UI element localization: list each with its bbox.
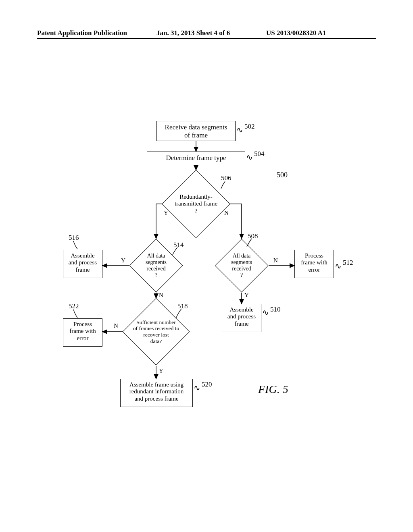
decision-508-text: All data segments received ? [223,247,260,284]
step-512-text: Process frame with error [294,252,334,273]
decision-506-text: Redundantly- transmitted frame ? [172,180,220,228]
label-508-Y: Y [244,292,249,299]
diagram-ref-500: 500 [277,171,288,179]
ref-connector-502: ∿ [236,126,243,134]
label-518-N: N [114,322,118,329]
header-center: Jan. 31, 2013 Sheet 4 of 6 [156,29,230,37]
ref-connector-504: ∿ [246,153,253,161]
decision-518-text: Sufficient number of frames received to … [133,308,179,355]
step-520-text: Assemble frame using redundant informati… [120,381,193,402]
label-514-N: N [159,292,163,299]
ref-518-label: 518 [177,302,188,310]
ref-502: 502 [244,123,255,131]
decision-514-text: All data segments received ? [138,247,175,284]
decision-508: All data segments received ? [215,239,269,293]
label-518-Y: Y [159,368,163,374]
ref-connector-520: ∿ [194,384,200,392]
label-506-N: N [224,210,229,216]
ref-504: 504 [254,150,265,158]
ref-514-label: 514 [173,241,184,249]
ref-506-label: 506 [221,174,232,182]
ref-512-label: 512 [343,259,353,267]
step-516-text: Assemble and process frame [63,252,102,273]
step-504-text: Determine frame type [147,154,245,162]
label-508-N: N [273,257,278,264]
ref-510-label: 510 [270,305,281,314]
ref-520-label: 520 [202,380,212,389]
ref-508-label: 508 [248,232,258,240]
step-502-text: Receive data segments of frame [156,123,236,139]
label-514-Y: Y [121,257,125,264]
ref-connector-512: ∿ [335,262,342,270]
step-522-text: Process frame with error [63,321,102,342]
header-rule [37,38,376,39]
figure-label: FIG. 5 [258,383,288,396]
ref-522-label: 522 [69,302,79,310]
header-left: Patent Application Publication [37,29,127,37]
header-right: US 2013/0028320 A1 [266,29,326,37]
decision-506: Redundantly- transmitted frame ? [162,170,230,238]
ref-connector-510: ∿ [262,308,269,316]
label-506-Y: Y [164,210,168,216]
step-510-text: Assemble and process frame [222,306,261,327]
page: Patent Application Publication Jan. 31, … [0,0,413,532]
ref-516-label: 516 [69,234,79,242]
